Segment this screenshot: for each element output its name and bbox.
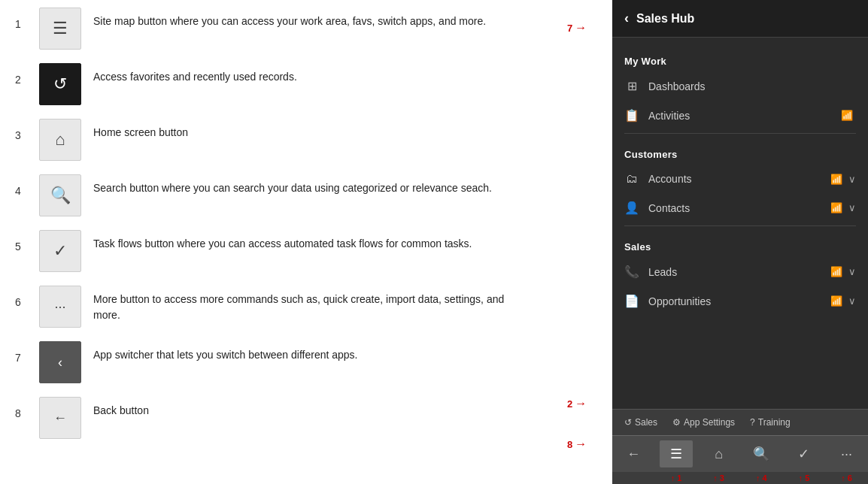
activities-icon: 📋 (624, 108, 639, 123)
sidebar-item-dashboards[interactable]: ⊞ Dashboards (612, 71, 868, 101)
nav-more-icon: ··· (841, 446, 852, 462)
nav-more-button[interactable]: ··· (830, 440, 863, 467)
sidebar-item-opportunities[interactable]: 📄 Opportunities 📶 ∨ (612, 286, 868, 316)
nav-num-back (617, 473, 650, 482)
sidebar-back-chevron[interactable]: ‹ (624, 11, 629, 26)
item-icon-2[interactable]: ↺ (39, 63, 81, 105)
leads-icon: 📞 (624, 265, 639, 279)
annotation-8-label: 8 (567, 439, 572, 450)
contacts-icon: 👤 (624, 201, 639, 215)
item-text-2: Access favorites and recently used recor… (93, 63, 297, 85)
annotation-7-arrow: → (575, 21, 587, 35)
item-row-8: 8←Back button (15, 397, 597, 439)
item-icon-4[interactable]: 🔍 (39, 174, 81, 216)
item-text-3: Home screen button (93, 119, 188, 141)
opportunities-icon: 📄 (624, 294, 639, 308)
accounts-icon: 🗂 (624, 172, 639, 186)
nav-home-icon: ⌂ (715, 446, 723, 462)
item-number-8: 8 (15, 397, 27, 419)
nav-bar: ← ☰ ⌂ 🔍 ✓ ··· (612, 435, 868, 472)
accounts-icons-right: 📶 ∨ (830, 174, 856, 185)
item-number-2: 2 (15, 63, 27, 86)
item-icon-1[interactable]: ☰ (39, 8, 81, 50)
nav-num-3: ↑ 3 (703, 473, 736, 482)
item-number-3: 3 (15, 119, 27, 141)
item-row-3: 3⌂Home screen button (15, 119, 597, 161)
sidebar-item-contacts[interactable]: 👤 Contacts 📶 ∨ (612, 193, 868, 222)
divider-2 (624, 225, 856, 226)
nav-search-icon: 🔍 (753, 446, 769, 462)
item-row-5: 5✓Task flows button where you can access… (15, 230, 597, 272)
sidebar-title: Sales Hub (636, 12, 694, 26)
tab-app-settings-label: App Settings (684, 417, 735, 428)
tab-app-settings[interactable]: ⚙ App Settings (666, 414, 741, 431)
nav-sitemap-button[interactable]: ☰ (660, 440, 693, 467)
accounts-chevron-icon: ∨ (848, 174, 856, 185)
right-panel: 7 → ‹ Sales Hub My Work ⊞ Dashboards 📋 A… (612, 0, 868, 484)
tab-sales[interactable]: ↺ Sales (618, 414, 663, 431)
item-text-6: More button to access more commands such… (93, 286, 530, 323)
opportunities-icons-right: 📶 ∨ (830, 295, 856, 307)
dashboards-label: Dashboards (648, 80, 856, 92)
item-icon-7[interactable]: ‹ (39, 341, 81, 383)
nav-sitemap-icon: ☰ (670, 446, 682, 462)
nav-numbers-row: ↑ 1 ↑ 3 ↑ 4 ↑ 5 ↑ 6 (612, 472, 868, 484)
nav-search-button[interactable]: 🔍 (745, 440, 778, 467)
item-number-5: 5 (15, 230, 27, 253)
nav-num-1: ↑ 1 (660, 473, 693, 482)
item-icon-5[interactable]: ✓ (39, 230, 81, 272)
nav-taskflow-button[interactable]: ✓ (788, 440, 821, 467)
item-number-4: 4 (15, 174, 27, 197)
nav-taskflow-icon: ✓ (798, 446, 809, 462)
tab-training[interactable]: ? Training (744, 414, 797, 431)
sidebar-item-activities[interactable]: 📋 Activities 📶 (612, 101, 868, 130)
nav-back-button[interactable]: ← (617, 440, 650, 467)
leads-chevron-icon: ∨ (848, 266, 856, 277)
activities-icons-right: 📶 (841, 110, 856, 121)
item-icon-8[interactable]: ← (39, 397, 81, 439)
activities-label: Activities (648, 110, 832, 122)
sidebar-item-leads[interactable]: 📞 Leads 📶 ∨ (612, 257, 868, 286)
item-row-2: 2↺Access favorites and recently used rec… (15, 63, 597, 105)
tab-training-label: Training (758, 417, 791, 428)
item-text-4: Search button where you can search your … (93, 174, 492, 196)
item-text-8: Back button (93, 397, 149, 419)
sidebar-header: ‹ Sales Hub (612, 0, 868, 38)
bottom-tabs-bar: ↺ Sales ⚙ App Settings ? Training (612, 409, 868, 435)
nav-back-icon: ← (627, 446, 640, 462)
opportunities-wifi-icon: 📶 (830, 295, 842, 307)
nav-num-5: ↑ 5 (788, 473, 821, 482)
item-text-5: Task flows button where you can access a… (93, 230, 472, 252)
item-text-1: Site map button where you can access you… (93, 8, 486, 29)
item-number-6: 6 (15, 286, 27, 308)
sidebar-item-accounts[interactable]: 🗂 Accounts 📶 ∨ (612, 165, 868, 193)
annotation-7-label: 7 (567, 23, 572, 34)
item-number-1: 1 (15, 8, 27, 30)
item-icon-6[interactable]: ··· (39, 286, 81, 328)
accounts-wifi-icon: 📶 (830, 174, 842, 185)
left-panel: 1☰Site map button where you can access y… (0, 0, 612, 484)
tab-sales-icon: ↺ (624, 417, 632, 428)
leads-wifi-icon: 📶 (830, 266, 842, 277)
section-title-mywork: My Work (612, 44, 868, 71)
section-title-sales: Sales (612, 229, 868, 257)
nav-home-button[interactable]: ⌂ (703, 440, 736, 467)
annotation-2-label: 2 (567, 398, 572, 410)
annotation-2-arrow: → (575, 397, 587, 410)
tab-sales-label: Sales (635, 417, 657, 428)
item-icon-3[interactable]: ⌂ (39, 119, 81, 161)
section-title-customers: Customers (612, 137, 868, 165)
tab-training-icon: ? (750, 417, 755, 428)
opportunities-chevron-icon: ∨ (848, 295, 856, 307)
leads-label: Leads (648, 266, 821, 278)
activities-wifi-icon: 📶 (841, 110, 853, 121)
contacts-icons-right: 📶 ∨ (830, 202, 856, 213)
nav-num-6: ↑ 6 (830, 473, 863, 482)
leads-icons-right: 📶 ∨ (830, 266, 856, 277)
tab-app-settings-icon: ⚙ (672, 417, 681, 428)
item-text-7: App switcher that lets you switch betwee… (93, 341, 358, 363)
item-row-1: 1☰Site map button where you can access y… (15, 8, 597, 50)
contacts-chevron-icon: ∨ (848, 202, 856, 213)
contacts-label: Contacts (648, 202, 821, 214)
item-number-7: 7 (15, 341, 27, 364)
